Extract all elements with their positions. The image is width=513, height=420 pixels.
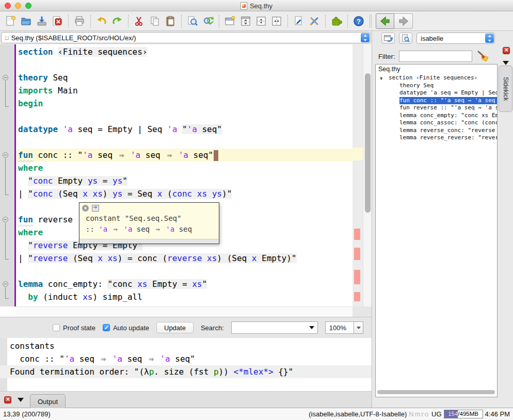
new-file-button[interactable]: [3, 13, 19, 29]
overview-error-mark[interactable]: [354, 229, 360, 240]
code-line[interactable]: section ‹Finite sequences›: [16, 45, 352, 58]
paste-button[interactable]: [163, 13, 178, 29]
clear-filter-broom-icon[interactable]: [476, 50, 489, 63]
overview-error-mark[interactable]: [354, 270, 360, 284]
split-horizontal-button[interactable]: [253, 13, 269, 29]
new-view-button[interactable]: [222, 13, 238, 29]
editor-gutter[interactable]: [0, 44, 14, 306]
fold-marker[interactable]: [3, 217, 8, 222]
close-dock-button[interactable]: [4, 396, 11, 403]
code-line[interactable]: begin: [16, 97, 352, 110]
find-button[interactable]: [185, 13, 200, 29]
unsplit-button[interactable]: [238, 13, 253, 29]
back-button[interactable]: [376, 13, 394, 29]
code-token: ): [103, 189, 113, 199]
code-line[interactable]: where: [16, 161, 352, 174]
buffer-switcher-stepper[interactable]: ▲▼: [361, 33, 370, 42]
plugin-manager-button[interactable]: [329, 13, 344, 29]
tooltip-close-icon[interactable]: ×: [82, 205, 89, 212]
horizontal-scrollbar[interactable]: [16, 306, 352, 317]
print-button[interactable]: [72, 13, 87, 29]
tree-item[interactable]: fun reverse :: "'a seq ⇒ 'a seq": [376, 104, 497, 112]
save-file-button[interactable]: [34, 13, 50, 29]
vertical-scrollbar-thumb[interactable]: [365, 73, 371, 213]
forward-button[interactable]: [394, 13, 413, 29]
tree-item[interactable]: theory Seq: [376, 82, 497, 90]
buffer-options-button[interactable]: [291, 13, 307, 29]
tree-item[interactable]: lemma reverse_reverse: "reverse (revers: [376, 134, 497, 142]
find-next-button[interactable]: [200, 13, 216, 29]
code-line[interactable]: | "reverse (Seq x xs) = conc (reverse xs…: [16, 252, 352, 265]
fold-marker[interactable]: [3, 281, 8, 287]
code-line[interactable]: imports Main: [16, 84, 352, 97]
code-line[interactable]: [16, 136, 352, 149]
fold-marker[interactable]: [3, 75, 8, 80]
tree-item[interactable]: lemma conc_empty: "conc xs Empty = xs": [376, 112, 497, 120]
overview-error-mark[interactable]: [354, 292, 360, 301]
buffer-switcher[interactable]: □ Seq.thy ($ISABELLE_ROOT/src/HOL/ex/) ▲…: [1, 32, 371, 43]
search-combobox[interactable]: [231, 321, 318, 334]
tree-item[interactable]: ▼section ‹Finite sequences›: [376, 74, 497, 82]
tree-item[interactable]: Seq.thy: [376, 64, 497, 74]
auto-update-label: Auto update: [113, 324, 149, 332]
text-editor[interactable]: section ‹Finite sequences›theory Seqimpo…: [0, 44, 372, 317]
code-token: (induct: [38, 292, 83, 302]
cut-button[interactable]: [132, 13, 147, 29]
proof-state-option[interactable]: Proof state: [53, 324, 95, 332]
close-buffer-button[interactable]: [50, 13, 65, 29]
close-sidekick-button[interactable]: [503, 47, 510, 54]
tab-sidekick[interactable]: Sidekick: [499, 66, 512, 112]
overview-error-mark[interactable]: [354, 248, 360, 260]
sidekick-parse-button[interactable]: [381, 33, 395, 44]
auto-update-checkbox[interactable]: [103, 324, 110, 331]
tree-item[interactable]: datatype 'a seq = Empty | Seq 'a "'a se: [376, 89, 497, 97]
fold-marker[interactable]: [3, 152, 8, 158]
code-line[interactable]: [16, 110, 352, 123]
sidekick-horizontal-scrollbar[interactable]: [377, 390, 495, 394]
code-line[interactable]: [16, 58, 352, 71]
vertical-scrollbar[interactable]: [363, 44, 372, 306]
sidekick-properties-button[interactable]: [399, 33, 412, 44]
split-vertical-button[interactable]: [269, 13, 284, 29]
output-panel[interactable]: constants conc :: "'a seq ⇒ 'a seq ⇒ 'a …: [0, 338, 372, 391]
code-area[interactable]: section ‹Finite sequences›theory Seqimpo…: [16, 45, 352, 303]
auto-update-option[interactable]: Auto update: [103, 324, 149, 332]
error-overview-column[interactable]: [352, 44, 363, 306]
copy-button[interactable]: [147, 13, 163, 29]
memory-status[interactable]: 154/495MB 154/495MB: [444, 410, 483, 418]
tree-item-selected[interactable]: fun conc :: "'a seq ⇒ 'a seq ⇒ 'a seq: [376, 97, 497, 105]
tooltip-resize-grip[interactable]: [79, 239, 219, 244]
code-line[interactable]: fun conc :: "'a seq ⇒ 'a seq ⇒ 'a seq": [16, 149, 372, 161]
global-options-button[interactable]: [307, 13, 322, 29]
undo-button[interactable]: [94, 13, 109, 29]
zoom-dropdown-button[interactable]: [354, 322, 363, 333]
code-line[interactable]: by (induct xs) simp_all: [16, 290, 352, 303]
code-line[interactable]: "conc Empty ys = ys": [16, 174, 352, 187]
open-file-button[interactable]: [19, 13, 34, 29]
proof-state-checkbox[interactable]: [53, 324, 60, 331]
update-button[interactable]: Update: [156, 322, 194, 333]
tree-expander-icon[interactable]: ▼: [380, 75, 382, 82]
tree-item[interactable]: lemma conc_assoc: "conc (conc xs ys) zs: [376, 119, 497, 127]
tooltip-detach-icon[interactable]: [92, 205, 99, 212]
sidekick-mode-stepper[interactable]: ▲▼: [485, 34, 494, 43]
dock-menu-arrow-icon[interactable]: [18, 398, 24, 402]
code-line[interactable]: datatype 'a seq = Empty | Seq 'a "'a seq…: [16, 123, 352, 136]
code-line[interactable]: lemma conc_empty: "conc xs Empty = xs": [16, 278, 352, 290]
sidekick-tree[interactable]: Seq.thy▼section ‹Finite sequences›theory…: [375, 64, 498, 397]
code-token: Found termination order: "(λ: [10, 367, 149, 377]
filter-input[interactable]: [399, 51, 472, 62]
zoom-combobox[interactable]: 100%: [325, 321, 363, 334]
redo-button[interactable]: [109, 13, 125, 29]
scrollbar-corner: [352, 306, 372, 317]
code-token: ⇒: [147, 354, 155, 364]
code-line[interactable]: [16, 265, 352, 278]
sidekick-menu-arrow-icon[interactable]: [503, 61, 509, 65]
tree-item[interactable]: lemma reverse_conc: "reverse (conc xs y: [376, 127, 497, 135]
help-button[interactable]: ?: [351, 13, 366, 29]
sidekick-mode-combobox[interactable]: isabelle ▲▼: [416, 33, 495, 44]
code-token: seq": [188, 150, 213, 160]
code-line[interactable]: theory Seq: [16, 71, 352, 84]
code-line[interactable]: | "conc (Seq x xs) ys = Seq x (conc xs y…: [16, 187, 352, 200]
tab-output[interactable]: Output: [30, 394, 66, 408]
